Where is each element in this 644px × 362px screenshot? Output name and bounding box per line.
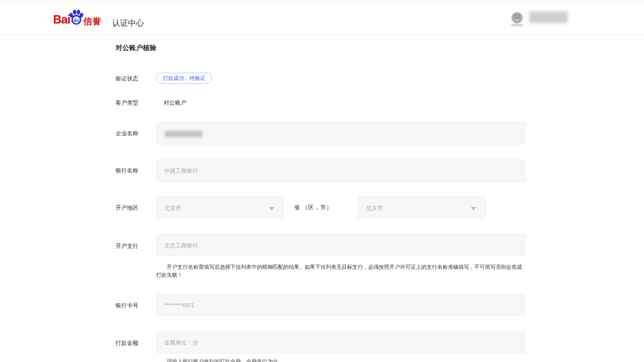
region-label: 开户地区: [116, 204, 138, 212]
card-number-input[interactable]: [156, 294, 525, 315]
bank-name-input[interactable]: [156, 160, 525, 181]
app-header: Bai du 信誉 认证中心: [0, 2, 644, 35]
bank-name-label: 银行名称: [116, 167, 138, 174]
baidu-logo-suffix[interactable]: 信誉: [83, 16, 102, 27]
customer-type-value: 对公账户: [164, 99, 186, 107]
username-redacted[interactable]: [529, 11, 568, 23]
logo-divider: [106, 17, 106, 27]
company-name-redacted: [165, 131, 203, 137]
status-label: 验证状态: [116, 75, 138, 82]
nav-title: 认证中心: [112, 18, 144, 28]
branch-label: 开户支行: [116, 243, 138, 250]
amount-input[interactable]: [156, 332, 525, 353]
card-number-label: 银行卡号: [116, 302, 138, 309]
company-name-label: 企业名称: [116, 130, 138, 137]
amount-field: [156, 331, 525, 353]
branch-field: [156, 234, 525, 256]
avatar-caption-redacted: [511, 24, 523, 26]
city-select[interactable]: 北京市: [358, 197, 486, 219]
page-title: 对公账户核验: [116, 43, 156, 52]
status-badge: 打款成功，待验证: [156, 73, 212, 84]
city-select-value: 北京市: [366, 205, 383, 212]
user-avatar[interactable]: [511, 12, 523, 24]
svg-text:du: du: [73, 18, 79, 23]
region-middle-label: 省 （区，市）: [294, 204, 332, 211]
branch-input[interactable]: [156, 235, 525, 256]
page: Bai du 信誉 认证中心: [0, 0, 644, 362]
company-name-field[interactable]: [156, 122, 525, 144]
amount-label: 打款金额: [116, 340, 138, 347]
province-select-value: 北京市: [164, 205, 181, 212]
card-number-field: [156, 294, 525, 316]
baidu-paw-icon[interactable]: du: [69, 9, 84, 25]
chevron-down-icon: [269, 207, 274, 210]
customer-type-label: 客户类型: [116, 99, 138, 107]
bank-name-field: [156, 160, 525, 182]
province-select[interactable]: 北京市: [156, 197, 284, 219]
branch-note: 开户支行名称需填写后选择下拉列表中的模糊匹配的结果。如果下拉列表无目标支行，必须…: [156, 263, 527, 279]
chevron-down-icon: [471, 207, 476, 210]
baidu-logo-bai[interactable]: Bai: [53, 13, 70, 27]
amount-note-clipped: 请输入银行账户收到的打款金额，金额单位为分: [156, 358, 497, 362]
